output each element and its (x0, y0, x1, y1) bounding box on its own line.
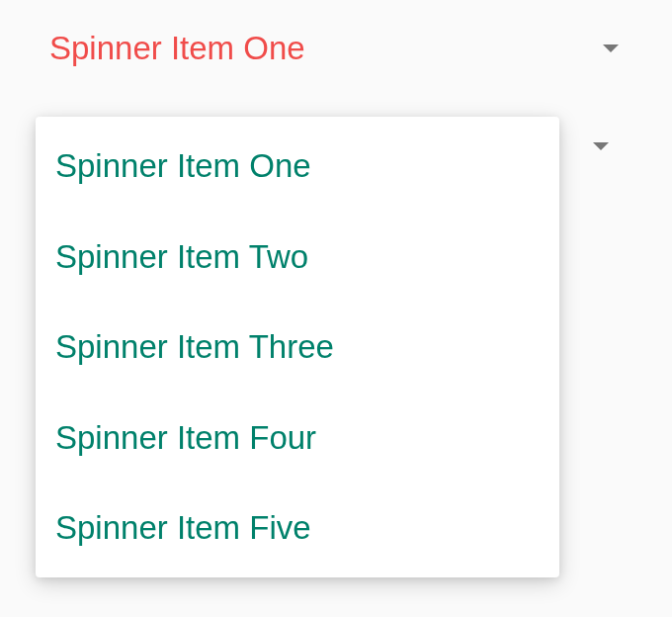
dropdown-item[interactable]: Spinner Item Four (36, 393, 559, 484)
dropdown-item[interactable]: Spinner Item Five (36, 483, 559, 560)
dropdown-item-label: Spinner Item Three (55, 328, 334, 365)
chevron-down-icon (593, 142, 609, 167)
dropdown-item[interactable]: Spinner Item Three (36, 302, 559, 393)
dropdown-item-label: Spinner Item Two (55, 238, 308, 275)
spinner-selected-label: Spinner Item One (49, 30, 305, 67)
dropdown-item-label: Spinner Item Five (55, 509, 311, 546)
dropdown-item[interactable]: Spinner Item Two (36, 212, 559, 303)
spinner-expanded-chevron[interactable] (593, 150, 609, 168)
spinner-collapsed[interactable]: Spinner Item One (49, 20, 623, 77)
dropdown-item-label: Spinner Item Four (55, 419, 316, 456)
dropdown-item[interactable]: Spinner Item One (36, 134, 559, 212)
chevron-down-icon (603, 44, 619, 52)
spinner-dropdown-menu: Spinner Item One Spinner Item Two Spinne… (36, 117, 559, 577)
dropdown-item-label: Spinner Item One (55, 147, 311, 184)
